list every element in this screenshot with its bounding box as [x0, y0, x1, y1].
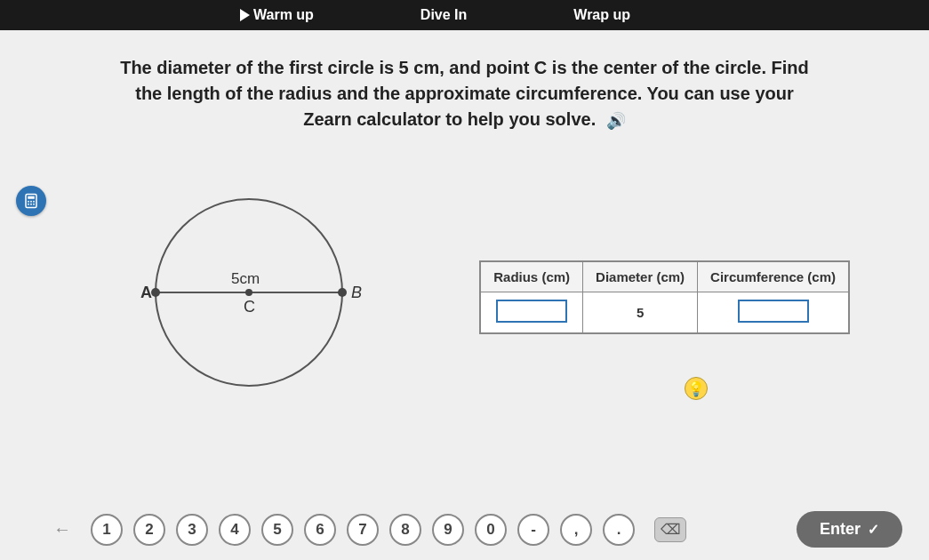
lightbulb-icon: 💡	[687, 380, 705, 397]
key-3[interactable]: 3	[176, 514, 208, 546]
key-6[interactable]: 6	[304, 514, 336, 546]
svg-point-4	[33, 201, 35, 203]
question-prompt: The diameter of the first circle is 5 cm…	[56, 55, 874, 132]
hint-button[interactable]: 💡	[685, 377, 708, 400]
circle-diagram: A B C 5cm	[107, 186, 373, 408]
svg-point-3	[30, 201, 32, 203]
key-comma[interactable]: ,	[560, 514, 592, 546]
tab-warmup[interactable]: Warm up	[240, 7, 314, 23]
backspace-button[interactable]: ⌫	[654, 517, 686, 542]
tab-divein[interactable]: Dive In	[420, 7, 467, 23]
number-keypad: ← 1 2 3 4 5 6 7 8 9 0 - , . ⌫ Enter ✓	[0, 511, 929, 548]
col-circumference: Circumference (cm)	[698, 261, 849, 292]
point-a-dot	[151, 288, 160, 297]
answer-table-wrap: Radius (cm) Diameter (cm) Circumference …	[480, 261, 849, 333]
key-8[interactable]: 8	[389, 514, 421, 546]
point-b-dot	[338, 288, 347, 297]
svg-point-5	[28, 204, 29, 205]
answer-table: Radius (cm) Diameter (cm) Circumference …	[480, 261, 849, 333]
cell-radius	[481, 292, 583, 332]
radius-input[interactable]	[496, 300, 567, 323]
center-dot	[245, 289, 252, 296]
svg-point-2	[28, 201, 29, 203]
tab-label: Wrap up	[573, 7, 630, 23]
backspace-icon: ⌫	[661, 521, 681, 538]
key-1[interactable]: 1	[91, 514, 123, 546]
enter-label: Enter	[820, 520, 861, 539]
key-5[interactable]: 5	[261, 514, 293, 546]
prompt-line: the length of the radius and the approxi…	[135, 84, 794, 103]
key-4[interactable]: 4	[219, 514, 251, 546]
enter-button[interactable]: Enter ✓	[797, 511, 902, 548]
col-diameter: Diameter (cm)	[583, 261, 698, 292]
key-0[interactable]: 0	[475, 514, 507, 546]
svg-point-7	[33, 204, 35, 205]
svg-rect-1	[28, 196, 35, 199]
calculator-button[interactable]	[16, 186, 46, 216]
point-b-label: B	[351, 284, 362, 301]
key-period[interactable]: .	[603, 514, 635, 546]
back-arrow-icon[interactable]: ←	[53, 519, 71, 540]
play-icon	[240, 9, 250, 21]
cell-circumference	[698, 292, 849, 332]
key-7[interactable]: 7	[347, 514, 379, 546]
tab-wrapup[interactable]: Wrap up	[573, 7, 630, 23]
lesson-tabs: Warm up Dive In Wrap up	[0, 0, 929, 30]
key-minus[interactable]: -	[517, 514, 549, 546]
svg-point-6	[30, 204, 32, 205]
tab-label: Dive In	[420, 7, 467, 23]
col-radius: Radius (cm)	[481, 261, 583, 292]
calculator-icon	[23, 193, 39, 209]
key-2[interactable]: 2	[133, 514, 165, 546]
point-a-label: A	[140, 284, 152, 301]
work-area: A B C 5cm Radius (cm) Diameter (cm) Circ…	[53, 186, 876, 408]
prompt-line: The diameter of the first circle is 5 cm…	[120, 58, 809, 77]
tab-label: Warm up	[253, 7, 314, 23]
diameter-label: 5cm	[231, 270, 260, 287]
prompt-line: Zearn calculator to help you solve.	[303, 109, 596, 129]
cell-diameter: 5	[583, 292, 698, 332]
key-9[interactable]: 9	[432, 514, 464, 546]
check-icon: ✓	[868, 521, 879, 538]
content-area: The diameter of the first circle is 5 cm…	[0, 30, 929, 560]
read-aloud-icon[interactable]: 🔊	[606, 109, 626, 132]
circumference-input[interactable]	[738, 300, 809, 323]
center-label: C	[244, 298, 255, 316]
